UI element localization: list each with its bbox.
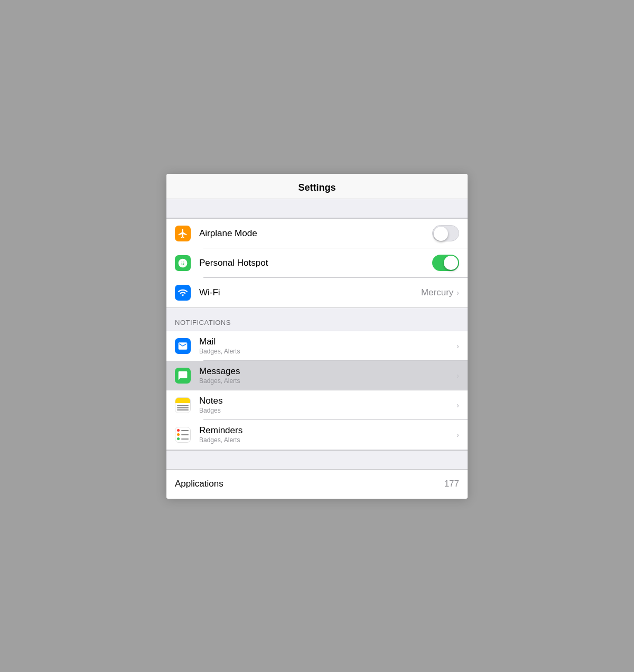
reminders-row[interactable]: Reminders Badges, Alerts ›: [166, 420, 468, 450]
mail-sublabel: Badges, Alerts: [199, 348, 456, 355]
mail-svg: [178, 341, 188, 351]
notifications-header: NOTIFICATIONS: [166, 308, 468, 331]
airplane-icon: [175, 226, 191, 241]
applications-count: 177: [444, 479, 459, 489]
toggle-knob: [434, 227, 448, 241]
messages-label-wrap: Messages Badges, Alerts: [199, 366, 456, 385]
mail-chevron: ›: [456, 342, 459, 350]
messages-sublabel: Badges, Alerts: [199, 377, 456, 385]
wifi-row[interactable]: Wi-Fi Mercury ›: [166, 278, 468, 307]
wifi-svg: [178, 287, 188, 298]
wifi-icon: [175, 285, 191, 301]
notes-label-wrap: Notes Badges: [199, 396, 456, 414]
messages-icon: [175, 368, 191, 384]
wifi-value: Mercury: [421, 287, 453, 298]
mail-label-wrap: Mail Badges, Alerts: [199, 337, 456, 355]
reminders-label-wrap: Reminders Badges, Alerts: [199, 425, 456, 444]
messages-row[interactable]: Messages Badges, Alerts ›: [166, 361, 468, 390]
mail-row[interactable]: Mail Badges, Alerts ›: [166, 331, 468, 361]
toggle-knob-hotspot: [444, 256, 458, 270]
notes-chevron: ›: [456, 401, 459, 409]
personal-hotspot-toggle[interactable]: [432, 255, 459, 271]
wifi-label: Wi-Fi: [199, 287, 421, 298]
personal-hotspot-row[interactable]: Personal Hotspot: [166, 248, 468, 278]
airplane-mode-label: Airplane Mode: [199, 228, 432, 239]
settings-screen: Settings Airplane Mode: [166, 174, 468, 499]
mail-label: Mail: [199, 337, 456, 347]
airplane-mode-toggle[interactable]: [432, 225, 459, 241]
bottom-spacer: [166, 450, 468, 469]
applications-row[interactable]: Applications 177: [166, 469, 468, 499]
reminders-icon: [175, 427, 191, 443]
hotspot-icon: [175, 255, 191, 271]
notes-icon: [175, 397, 191, 413]
messages-label: Messages: [199, 366, 456, 377]
airplane-svg: [178, 228, 188, 239]
messages-svg: [178, 370, 188, 381]
applications-label: Applications: [175, 479, 444, 489]
hotspot-svg: [178, 258, 188, 268]
notifications-group: Mail Badges, Alerts › Messages Badges, A…: [166, 331, 468, 450]
notes-row[interactable]: Notes Badges ›: [166, 390, 468, 420]
navigation-bar: Settings: [166, 174, 468, 199]
mail-icon: [175, 338, 191, 354]
connectivity-group: Airplane Mode Personal Hotspot: [166, 218, 468, 308]
top-spacer: [166, 199, 468, 218]
svg-point-0: [182, 262, 183, 264]
notes-sublabel: Badges: [199, 407, 456, 414]
reminders-sublabel: Badges, Alerts: [199, 436, 456, 444]
personal-hotspot-label: Personal Hotspot: [199, 258, 432, 268]
messages-chevron: ›: [456, 371, 459, 380]
reminders-label: Reminders: [199, 425, 456, 436]
notes-label: Notes: [199, 396, 456, 406]
reminders-chevron: ›: [456, 431, 459, 439]
wifi-chevron: ›: [456, 288, 459, 297]
airplane-mode-row[interactable]: Airplane Mode: [166, 219, 468, 248]
page-title: Settings: [298, 182, 335, 193]
